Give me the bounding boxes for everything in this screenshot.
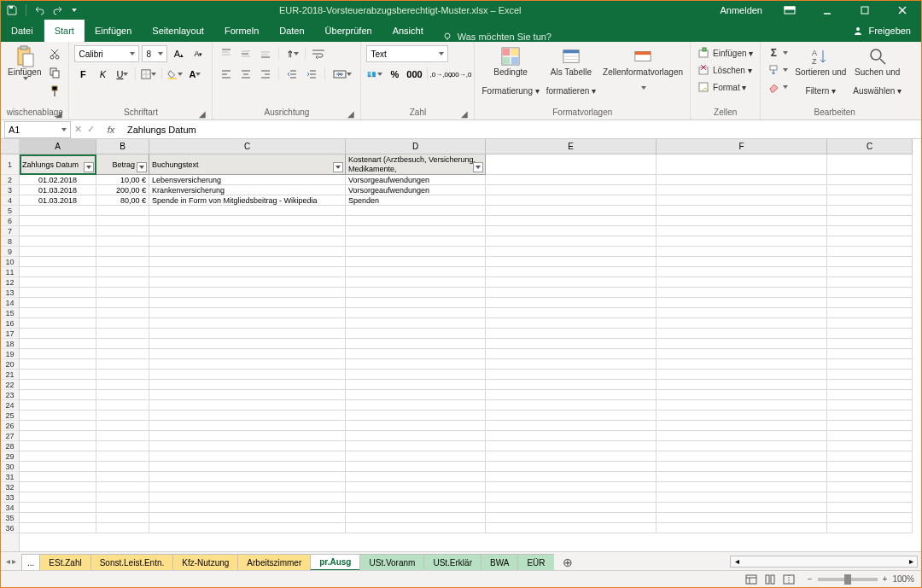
- cell[interactable]: [656, 513, 827, 523]
- cell[interactable]: [486, 206, 656, 216]
- cell[interactable]: 200,00 €: [96, 185, 149, 195]
- page-break-view-button[interactable]: [780, 571, 797, 588]
- cell[interactable]: [656, 482, 827, 492]
- cell[interactable]: [346, 298, 486, 308]
- cell[interactable]: [486, 257, 656, 267]
- cell[interactable]: [346, 277, 486, 288]
- cell[interactable]: [827, 492, 913, 503]
- zoom-in-button[interactable]: +: [883, 574, 888, 584]
- cell[interactable]: [656, 410, 827, 421]
- cell[interactable]: [827, 308, 913, 318]
- name-box[interactable]: A1: [4, 121, 71, 138]
- cell[interactable]: [96, 257, 149, 267]
- increase-decimal-button[interactable]: ,0→,00: [432, 66, 449, 83]
- cell[interactable]: [96, 206, 149, 216]
- cell[interactable]: [486, 236, 656, 247]
- cell[interactable]: [20, 451, 96, 462]
- row-header[interactable]: 22: [1, 380, 19, 390]
- cell[interactable]: [20, 349, 96, 359]
- cell[interactable]: [486, 359, 656, 370]
- cell[interactable]: [827, 216, 913, 226]
- select-all-corner[interactable]: [1, 139, 19, 154]
- cell[interactable]: [149, 277, 346, 288]
- cell[interactable]: [346, 390, 486, 400]
- cell[interactable]: [486, 298, 656, 308]
- cell[interactable]: 80,00 €: [96, 195, 149, 206]
- cell[interactable]: [346, 410, 486, 421]
- sheet-tab[interactable]: EÜR: [517, 554, 554, 571]
- cell[interactable]: [20, 380, 96, 390]
- scroll-right-icon[interactable]: ▸: [905, 556, 917, 566]
- cell[interactable]: [656, 226, 827, 236]
- cell[interactable]: [20, 370, 96, 380]
- cell[interactable]: [346, 226, 486, 236]
- cell[interactable]: [20, 247, 96, 257]
- cell[interactable]: [346, 523, 486, 533]
- row-header[interactable]: 15: [1, 308, 19, 318]
- cell[interactable]: [96, 523, 149, 533]
- underline-button[interactable]: U: [114, 66, 131, 83]
- scroll-left-icon[interactable]: ◂: [731, 556, 743, 566]
- cell[interactable]: [346, 267, 486, 277]
- cell[interactable]: [20, 318, 96, 329]
- row-header[interactable]: 18: [1, 339, 19, 349]
- format-as-table-button[interactable]: Als Tabelleformatieren ▾: [545, 45, 598, 96]
- row-header[interactable]: 31: [1, 472, 19, 482]
- cell[interactable]: [96, 298, 149, 308]
- cell[interactable]: [20, 492, 96, 503]
- cell[interactable]: [827, 349, 913, 359]
- cell[interactable]: Spende in Form von Mitgliedsbeitrag - Wi…: [149, 195, 346, 206]
- cell[interactable]: [656, 318, 827, 329]
- cell[interactable]: [656, 451, 827, 462]
- cell[interactable]: [656, 257, 827, 267]
- cell[interactable]: [20, 206, 96, 216]
- cell[interactable]: [656, 421, 827, 431]
- zoom-level[interactable]: 100%: [892, 574, 914, 584]
- cell[interactable]: [486, 349, 656, 359]
- row-header[interactable]: 16: [1, 318, 19, 329]
- row-header[interactable]: 13: [1, 288, 19, 298]
- dialog-launcher-icon[interactable]: ◢: [198, 109, 207, 118]
- cell[interactable]: [96, 277, 149, 288]
- cell[interactable]: [20, 503, 96, 513]
- cell[interactable]: [656, 400, 827, 410]
- cell[interactable]: [96, 288, 149, 298]
- cell[interactable]: [827, 421, 913, 431]
- cell[interactable]: [656, 154, 827, 175]
- cell[interactable]: Krankenversicherung: [149, 185, 346, 195]
- cell[interactable]: [96, 216, 149, 226]
- row-header[interactable]: 35: [1, 513, 19, 523]
- cancel-formula-icon[interactable]: ✕: [74, 124, 82, 135]
- cell[interactable]: [346, 472, 486, 482]
- cell[interactable]: [827, 451, 913, 462]
- cell[interactable]: [149, 451, 346, 462]
- cell[interactable]: [827, 288, 913, 298]
- cell[interactable]: [346, 421, 486, 431]
- cell[interactable]: [827, 339, 913, 349]
- cell[interactable]: [486, 390, 656, 400]
- undo-icon[interactable]: [34, 4, 46, 16]
- row-header[interactable]: 12: [1, 277, 19, 288]
- cell[interactable]: Spenden: [346, 195, 486, 206]
- cell[interactable]: [486, 339, 656, 349]
- cell[interactable]: [20, 226, 96, 236]
- cell[interactable]: [346, 503, 486, 513]
- row-header[interactable]: 25: [1, 410, 19, 421]
- cell[interactable]: [149, 513, 346, 523]
- merge-center-button[interactable]: [330, 66, 355, 83]
- tab-review[interactable]: Überprüfen: [315, 20, 382, 42]
- cell[interactable]: [827, 390, 913, 400]
- cell[interactable]: [20, 441, 96, 451]
- cell[interactable]: [20, 267, 96, 277]
- cell[interactable]: [96, 370, 149, 380]
- cell[interactable]: [149, 503, 346, 513]
- cell[interactable]: [827, 523, 913, 533]
- cell[interactable]: [486, 492, 656, 503]
- cell[interactable]: [486, 216, 656, 226]
- wrap-text-button[interactable]: [310, 45, 327, 62]
- cell[interactable]: [827, 298, 913, 308]
- sheet-tab[interactable]: USt.Voranm: [359, 554, 424, 571]
- cell[interactable]: [656, 349, 827, 359]
- cell[interactable]: [486, 513, 656, 523]
- autosum-button[interactable]: Σ: [766, 45, 790, 61]
